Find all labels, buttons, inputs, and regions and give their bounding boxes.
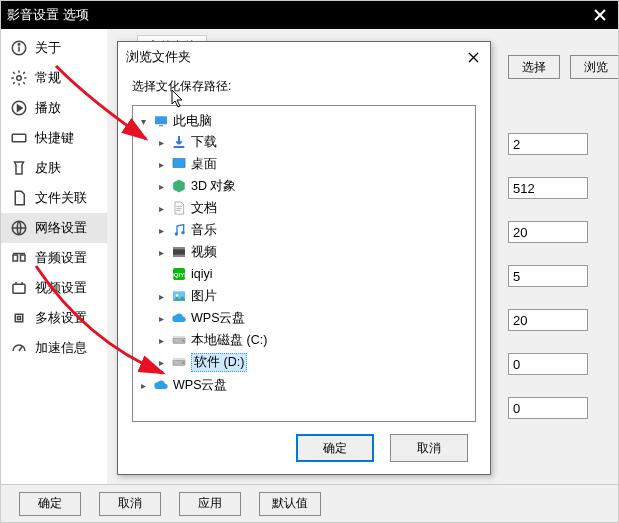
tree-node[interactable]: ▸下载	[155, 132, 473, 152]
keyboard-icon	[9, 128, 29, 148]
settings-sidebar: 关于 常规 播放 快捷键 皮肤 文件关联	[1, 29, 107, 484]
svg-rect-12	[21, 255, 26, 261]
sidebar-item-fileassoc[interactable]: 文件关联	[1, 183, 107, 213]
svg-marker-5	[18, 105, 23, 111]
sidebar-item-hotkeys[interactable]: 快捷键	[1, 123, 107, 153]
folder-icon	[171, 310, 187, 326]
svg-point-3	[17, 76, 22, 81]
sidebar-item-network[interactable]: 网络设置	[1, 213, 107, 243]
sidebar-item-playback[interactable]: 播放	[1, 93, 107, 123]
svg-rect-20	[155, 116, 167, 124]
pc-icon	[153, 113, 169, 129]
tree-node[interactable]: ▸本地磁盘 (C:)	[155, 330, 473, 350]
dialog-cancel-button[interactable]: 取消	[390, 434, 468, 462]
ok-button[interactable]: 确定	[19, 492, 81, 516]
value-input-0[interactable]	[508, 133, 588, 155]
tree-node[interactable]: iQIYIiqiyi	[155, 264, 473, 284]
network-icon	[9, 218, 29, 238]
svg-rect-11	[13, 255, 18, 261]
value-input-2[interactable]	[508, 221, 588, 243]
folder-icon	[171, 354, 187, 370]
file-icon	[9, 188, 29, 208]
default-button[interactable]: 默认值	[259, 492, 321, 516]
tree-node[interactable]: ▸图片	[155, 286, 473, 306]
svg-rect-39	[173, 358, 185, 360]
audio-icon	[9, 248, 29, 268]
folder-icon	[171, 178, 187, 194]
sidebar-item-about[interactable]: 关于	[1, 33, 107, 63]
svg-point-33	[176, 294, 179, 297]
svg-rect-36	[173, 336, 185, 338]
tree-node[interactable]: ▸文档	[155, 198, 473, 218]
close-icon[interactable]	[464, 48, 482, 66]
tree-node[interactable]: ▸桌面	[155, 154, 473, 174]
dialog-ok-button[interactable]: 确定	[296, 434, 374, 462]
folder-icon	[171, 156, 187, 172]
folder-icon	[171, 134, 187, 150]
svg-rect-23	[173, 159, 185, 168]
tree-node[interactable]: ▸WPS云盘	[137, 375, 473, 395]
svg-text:iQIYI: iQIYI	[172, 272, 186, 278]
sidebar-item-label: 快捷键	[35, 129, 74, 147]
sidebar-item-multicore[interactable]: 多核设置	[1, 303, 107, 333]
speed-icon	[9, 338, 29, 358]
close-icon[interactable]	[588, 3, 612, 27]
svg-point-2	[18, 44, 20, 46]
footer-bar: 确定 取消 应用 默认值	[1, 484, 618, 522]
svg-rect-29	[173, 255, 185, 257]
info-icon	[9, 38, 29, 58]
sidebar-item-label: 关于	[35, 39, 61, 57]
sidebar-item-audio[interactable]: 音频设置	[1, 243, 107, 273]
dialog-hint: 选择文化保存路径:	[118, 72, 490, 105]
value-input-1[interactable]	[508, 177, 588, 199]
cancel-button[interactable]: 取消	[99, 492, 161, 516]
sidebar-item-skin[interactable]: 皮肤	[1, 153, 107, 183]
dialog-title: 浏览文件夹	[126, 48, 191, 66]
tree-node[interactable]: ▸3D 对象	[155, 176, 473, 196]
svg-rect-28	[173, 247, 185, 249]
tree-node[interactable]: ▸音乐	[155, 220, 473, 240]
sidebar-item-label: 视频设置	[35, 279, 87, 297]
value-input-5[interactable]	[508, 353, 588, 375]
svg-point-35	[182, 340, 184, 342]
value-input-3[interactable]	[508, 265, 588, 287]
sidebar-item-accel[interactable]: 加速信息	[1, 333, 107, 363]
svg-point-26	[181, 231, 184, 234]
value-input-4[interactable]	[508, 309, 588, 331]
svg-rect-22	[174, 146, 185, 148]
svg-rect-6	[12, 134, 26, 142]
window-title: 影音设置 选项	[7, 6, 89, 24]
sidebar-item-label: 播放	[35, 99, 61, 117]
sidebar-item-label: 网络设置	[35, 219, 87, 237]
svg-rect-21	[159, 125, 163, 126]
sidebar-item-label: 多核设置	[35, 309, 87, 327]
sidebar-item-video[interactable]: 视频设置	[1, 273, 107, 303]
svg-line-19	[19, 347, 22, 352]
svg-point-38	[182, 362, 184, 364]
sidebar-item-general[interactable]: 常规	[1, 63, 107, 93]
folder-icon	[171, 288, 187, 304]
folder-icon	[171, 244, 187, 260]
tree-node-this-pc[interactable]: ▾此电脑	[137, 111, 473, 131]
apply-button[interactable]: 应用	[179, 492, 241, 516]
sidebar-item-label: 文件关联	[35, 189, 87, 207]
browse-button[interactable]: 浏览	[570, 55, 619, 79]
folder-tree[interactable]: ▾此电脑▸下载▸桌面▸3D 对象▸文档▸音乐▸视频iQIYIiqiyi▸图片▸W…	[132, 105, 476, 422]
svg-rect-17	[15, 314, 23, 322]
skin-icon	[9, 158, 29, 178]
sidebar-item-label: 常规	[35, 69, 61, 87]
gear-icon	[9, 68, 29, 88]
select-button[interactable]: 选择	[508, 55, 560, 79]
tree-node[interactable]: ▸视频	[155, 242, 473, 262]
sidebar-item-label: 皮肤	[35, 159, 61, 177]
folder-icon	[171, 222, 187, 238]
sidebar-item-label: 音频设置	[35, 249, 87, 267]
svg-rect-14	[13, 284, 25, 293]
value-input-6[interactable]	[508, 397, 588, 419]
tree-node[interactable]: ▸软件 (D:)	[155, 352, 473, 372]
cpu-icon	[9, 308, 29, 328]
folder-icon	[171, 200, 187, 216]
folder-icon	[171, 332, 187, 348]
tree-node[interactable]: ▸WPS云盘	[155, 308, 473, 328]
folder-icon: iQIYI	[171, 266, 187, 282]
